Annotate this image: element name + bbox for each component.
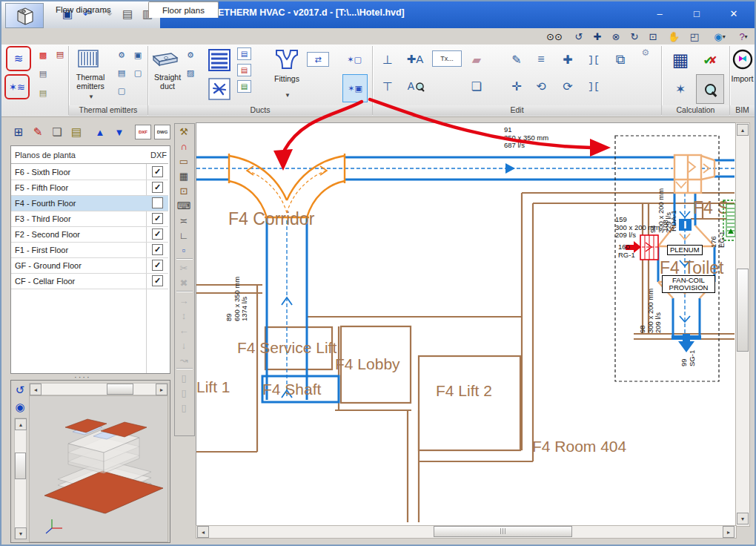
tab-flow-diagrams[interactable]: Flow diagrams: [42, 1, 125, 17]
wizard-fitting-selected-icon[interactable]: ✶▣: [342, 74, 368, 102]
floor-row[interactable]: F5 - Fifth Floor✓: [11, 180, 168, 196]
move-up-icon[interactable]: ▲: [92, 124, 108, 140]
rotate-view-icon[interactable]: ↺: [13, 383, 27, 398]
floor-row[interactable]: F2 - Second Floor✓: [11, 226, 168, 243]
coil-link-icon[interactable]: ▤: [36, 67, 50, 80]
dxf-checkbox[interactable]: ✓: [152, 275, 163, 286]
edit-plan-icon[interactable]: ✎: [30, 124, 46, 140]
pan-icon[interactable]: ✋: [666, 29, 682, 44]
add-plan-icon[interactable]: ⊞: [10, 124, 27, 140]
minimize-button[interactable]: –: [645, 4, 674, 22]
bim-import-button[interactable]: Import: [730, 74, 755, 83]
drawing-canvas[interactable]: [196, 122, 737, 527]
layer-settings-gear-icon[interactable]: ⚙: [638, 46, 653, 59]
dxf-checkbox[interactable]: ✓: [152, 260, 163, 271]
dxf-checkbox[interactable]: ✓: [152, 182, 163, 193]
duct-layer-green-icon[interactable]: ▤: [237, 80, 251, 93]
dxf-checkbox[interactable]: ✓: [152, 213, 163, 224]
radiator-icon[interactable]: [75, 47, 102, 71]
move-text-icon[interactable]: ✚A: [404, 49, 426, 70]
zoom-window-icon[interactable]: ⊡: [645, 29, 661, 44]
redraw-icon[interactable]: ↻: [626, 29, 643, 44]
hscroll-thumb[interactable]: [434, 526, 572, 537]
canvas-hscrollbar[interactable]: ◂ ▸: [196, 525, 737, 539]
move-down-icon[interactable]: ▼: [111, 124, 127, 140]
keyboard-entry-icon[interactable]: ⌨: [175, 198, 193, 213]
fittings-icon[interactable]: [271, 47, 303, 72]
inspect-results-icon[interactable]: [696, 74, 724, 104]
dxf-checkbox[interactable]: ✓: [152, 166, 163, 177]
floor-row[interactable]: F1 - First Floor✓: [11, 242, 168, 258]
coil-sheet-icon[interactable]: ▤: [53, 47, 67, 61]
dimension-icon[interactable]: ≍: [175, 213, 193, 228]
coil-settings-icon[interactable]: ▩: [36, 47, 50, 62]
pan-right-icon[interactable]: →: [175, 293, 193, 308]
scroll-right-icon[interactable]: ▸: [723, 526, 735, 538]
emitter-save-icon[interactable]: ▣: [131, 48, 145, 62]
zoom-extents-icon[interactable]: ✚: [589, 29, 606, 44]
help-book-icon[interactable]: ?▾: [735, 29, 752, 44]
preview-hscroll-thumb[interactable]: [107, 384, 133, 395]
duct-settings-icon[interactable]: ⚙: [184, 48, 197, 62]
copy-plan-icon[interactable]: ❏: [49, 124, 65, 140]
orthogonal-icon[interactable]: ∟: [175, 228, 193, 243]
app-icon[interactable]: [5, 3, 44, 28]
zoom-x2-icon[interactable]: ⊗: [608, 29, 624, 44]
insert-node2-icon[interactable]: ⊤: [377, 76, 398, 96]
split-duct-icon[interactable]: ][: [583, 49, 604, 70]
edit-pencil-icon[interactable]: ✎: [506, 49, 527, 70]
chevron-down-icon[interactable]: ▼: [285, 92, 291, 99]
preview-3d-viewport[interactable]: [29, 395, 168, 542]
extrude-up-icon[interactable]: ▯: [175, 370, 193, 385]
extrude-mid-icon[interactable]: ▯: [175, 385, 193, 400]
pan-left-icon[interactable]: ←: [175, 323, 193, 338]
split-duct2-icon[interactable]: ][: [583, 76, 604, 96]
dxf-layers-icon[interactable]: DWG: [154, 125, 170, 139]
scroll-left-icon[interactable]: ◂: [30, 384, 42, 395]
vscroll-thumb[interactable]: [737, 269, 749, 352]
exchange-duct-icon[interactable]: ⇄: [307, 52, 329, 67]
config-tools-icon[interactable]: ⚒: [175, 124, 193, 139]
move-element-icon[interactable]: ✚: [557, 49, 579, 70]
cut-icon[interactable]: ✂: [175, 260, 193, 275]
preview-vscroll-thumb[interactable]: [15, 453, 26, 479]
print-plan-icon[interactable]: ▤: [68, 124, 84, 140]
copy-shapes-icon[interactable]: ❏: [465, 76, 488, 96]
extrude-down-icon[interactable]: ▯: [175, 400, 193, 415]
close-button[interactable]: ✕: [719, 4, 749, 22]
coil-list-icon[interactable]: ▤: [36, 86, 50, 99]
maximize-button[interactable]: □: [682, 4, 712, 22]
coil-wizard-icon[interactable]: ✶≋: [4, 74, 30, 99]
visibility-eye-icon[interactable]: ◉: [13, 400, 27, 415]
fittings-button[interactable]: Fittings: [261, 74, 313, 83]
preview-hscroll[interactable]: ◂ ▸: [29, 383, 168, 395]
trim-icon[interactable]: ✖: [175, 275, 193, 290]
text-box-icon[interactable]: Tx...: [432, 50, 462, 67]
wizard-elbow-icon[interactable]: ✶▢: [342, 47, 366, 71]
scroll-down-icon[interactable]: ▾: [737, 513, 749, 524]
pipe-coil-icon[interactable]: ≋: [6, 46, 31, 71]
straight-duct-button[interactable]: Straight duct: [148, 73, 187, 91]
draw-rectangle-icon[interactable]: ▭: [175, 154, 193, 168]
stretch-icon[interactable]: ✛: [506, 76, 527, 96]
rotate-node-icon[interactable]: ⟲: [530, 76, 552, 96]
find-icon[interactable]: ⊙⊙: [546, 29, 563, 44]
find-text-icon[interactable]: A: [404, 74, 429, 98]
selection-box-icon[interactable]: ▫: [175, 243, 193, 257]
floor-row[interactable]: F6 - Sixth Floor✓: [11, 164, 168, 180]
scroll-down-icon[interactable]: ▾: [15, 527, 27, 539]
pan-down-icon[interactable]: ↓: [175, 338, 193, 352]
dxf-checkbox[interactable]: ✓: [152, 228, 163, 240]
emitter-copy-icon[interactable]: ▢: [131, 66, 145, 79]
duct-wizard-icon[interactable]: ▨: [184, 66, 197, 79]
fan-icon[interactable]: [206, 76, 233, 102]
check-results-icon[interactable]: ✔✘: [697, 47, 723, 73]
scroll-right-icon[interactable]: ▸: [156, 384, 168, 395]
dxf-dwg-template-icon[interactable]: DXF: [135, 125, 151, 139]
grid-icon[interactable]: ▦: [175, 168, 193, 183]
thermal-emitters-button[interactable]: Thermal emitters: [69, 73, 112, 91]
calc-wizard-icon[interactable]: ✶: [668, 77, 693, 101]
straight-duct-icon[interactable]: [151, 49, 179, 70]
grille-icon[interactable]: [206, 47, 233, 73]
chevron-down-icon[interactable]: ▼: [88, 93, 94, 100]
